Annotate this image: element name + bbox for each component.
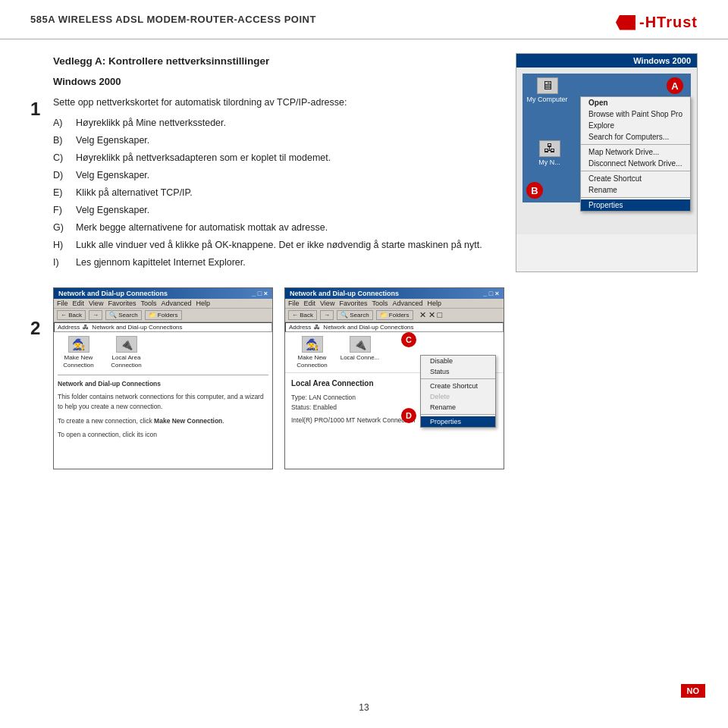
folders-button2[interactable]: 📁 Folders [376, 310, 413, 320]
net-window1-desc3: To open a connection, click its icon [58, 430, 268, 440]
network-screenshots: Network and Dial-up Connections _ □ × Fi… [53, 287, 698, 469]
step2-number: 2 [30, 287, 53, 339]
net-window1-desc: This folder contains network connections… [58, 392, 268, 412]
make-new-icon2: 🧙 [302, 336, 323, 353]
forward-button[interactable]: → [89, 310, 102, 320]
net-window1-menubar: File Edit View Favorites Tools Advanced … [54, 299, 272, 309]
net-ctx-disable: Disable [421, 356, 495, 366]
context-menu-item-disconnect: Disconnect Network Drive... [581, 158, 690, 169]
list-item: A)Høyreklikk på Mine nettverkssteder. [53, 115, 500, 130]
folders-button[interactable]: 📁 Folders [145, 310, 182, 320]
context-menu-item-map: Map Network Drive... [581, 146, 690, 158]
local-area-icon: 🔌 [116, 336, 137, 353]
net-window2-titlebar: Network and Dial-up Connections _ □ × [285, 288, 504, 299]
context-menu-item-rename: Rename [581, 184, 690, 196]
context-menu-item-shortcut: Create Shortcut [581, 173, 690, 184]
context-menu: Open Browse with Paint Shop Pro Explore … [580, 96, 691, 212]
trust-logo-icon [616, 15, 635, 30]
context-menu-item-open: Open [581, 97, 690, 108]
local-area-icon2: 🔌 [350, 336, 371, 353]
page-title: 585A WIRELESS ADSL MODEM-ROUTER-ACCESS P… [30, 14, 316, 25]
win2000-inner: 🖥 My Computer 🖧 My N... A Open Browse wi… [516, 67, 697, 234]
context-menu-item-browse: Browse with Paint Shop Pro [581, 108, 690, 120]
net-window1-titlebar: Network and Dial-up Connections _ □ × [54, 288, 272, 299]
net2-icon-make-new: 🧙 Make New Connection [291, 336, 333, 369]
context-menu-sep2 [581, 171, 690, 171]
forward-button2[interactable]: → [320, 310, 334, 320]
make-new-icon: 🧙 [68, 336, 89, 353]
net-ctx-properties: Properties [421, 416, 495, 427]
net-window1-address: Address 🖧 Network and Dial-up Connection… [54, 322, 272, 332]
section1-heading: Vedlegg A: Kontrollere nettverksinnstill… [53, 53, 500, 71]
list-item: B)Velg Egenskaper. [53, 133, 500, 148]
win2000-title-text: Windows 2000 [633, 56, 691, 65]
net-window2-menubar: File Edit View Favorites Tools Advanced … [285, 299, 504, 309]
context-menu-sep3 [581, 197, 690, 198]
net-window1-main: 🧙 Make New Connection 🔌 Local Area Conne… [54, 332, 272, 469]
trust-logo-text: -HTrust [639, 14, 698, 31]
net-context-menu: Disable Status Create Shortcut Delete Re… [420, 355, 496, 428]
list-item: D)Velg Egenskaper. [53, 168, 500, 183]
page-footer: 13 [0, 702, 728, 713]
net-window1-desc2: To create a new connection, click Make N… [58, 416, 268, 426]
list-item: F)Velg Egenskaper. [53, 202, 500, 218]
desktop-icon-mynetwork: 🖧 My N... [529, 140, 570, 166]
desktop-icon-mycomputer: 🖥 My Computer [526, 77, 568, 103]
trust-logo: -HTrust [616, 14, 698, 31]
section1-text: Vedlegg A: Kontrollere nettverksinnstill… [53, 53, 500, 272]
context-menu-sep1 [581, 144, 690, 145]
net-window1-title-text: Network and Dial-up Connections [58, 379, 268, 389]
net-ctx-sep1 [421, 378, 495, 379]
section1-subheading: Windows 2000 [53, 74, 500, 90]
net-ctx-shortcut: Create Shortcut [421, 381, 495, 391]
step1-number: 1 [30, 53, 53, 272]
list-item: H)Lukk alle vinduer ved å klikke på OK-k… [53, 237, 500, 253]
net-window1-body: 🧙 Make New Connection 🔌 Local Area Conne… [54, 332, 272, 469]
net-window2-title: Network and Dial-up Connections [290, 290, 399, 297]
context-menu-item-search: Search for Computers... [581, 131, 690, 143]
list-item: I)Les gjennom kapittelet Internet Explor… [53, 255, 500, 270]
list-item: E)Klikk på alternativet TCP/IP. [53, 185, 500, 200]
win2000-desktop: 🖥 My Computer 🖧 My N... A Open Browse wi… [522, 74, 691, 202]
win2000-screenshot: Windows 2000 🖥 My Computer 🖧 My N... A [516, 53, 698, 272]
search-button[interactable]: 🔍 Search [105, 310, 142, 320]
net-window2-toolbar: ← Back → 🔍 Search 📁 Folders ✕ ✕ □ [285, 309, 504, 322]
context-menu-item-explore: Explore [581, 120, 690, 131]
badge-a: A [667, 77, 683, 94]
list-item: G)Merk begge alternativene for automatis… [53, 220, 500, 235]
net-window1: Network and Dial-up Connections _ □ × Fi… [53, 287, 273, 469]
net-icon-grid: 🧙 Make New Connection 🔌 Local Area Conne… [58, 336, 268, 369]
net-ctx-status: Status [421, 366, 495, 377]
section1: 1 Vedlegg A: Kontrollere nettverksinnsti… [30, 53, 698, 272]
net-icon-make-new: 🧙 Make New Connection [58, 336, 99, 369]
net-window2-address: Address 🖧 Network and Dial-up Connection… [285, 322, 504, 332]
net-window2: Network and Dial-up Connections _ □ × Fi… [284, 287, 504, 469]
mycomputer-icon: 🖥 [537, 77, 558, 94]
toolbar-icons: ✕ ✕ □ [419, 310, 443, 320]
net-icon-local-area: 🔌 Local Area Connection [105, 336, 147, 369]
instruction-list: A)Høyreklikk på Mine nettverkssteder. B)… [53, 115, 500, 270]
list-item: C)Høyreklikk på nettverksadapteren som e… [53, 150, 500, 165]
context-menu-item-properties: Properties [581, 199, 690, 211]
section2: 2 Network and Dial-up Connections _ □ × … [30, 287, 698, 469]
net-window1-toolbar: ← Back → 🔍 Search 📁 Folders [54, 309, 272, 322]
search-button2[interactable]: 🔍 Search [337, 310, 373, 320]
net-ctx-delete: Delete [421, 391, 495, 402]
page-header: 585A WIRELESS ADSL MODEM-ROUTER-ACCESS P… [0, 0, 728, 39]
badge-b: B [526, 182, 543, 199]
net2-icon-local-area: 🔌 Local Conne... [339, 336, 381, 369]
page-number: 13 [359, 702, 369, 713]
section1-intro: Sette opp nettverkskortet for automatisk… [53, 95, 500, 111]
back-button2[interactable]: ← Back [288, 310, 317, 320]
no-badge: NO [681, 684, 706, 698]
net-ctx-rename: Rename [421, 402, 495, 413]
net-window1-title: Network and Dial-up Connections [58, 290, 168, 297]
back-button[interactable]: ← Back [57, 310, 86, 320]
mynetwork-icon: 🖧 [539, 140, 560, 157]
main-content: 1 Vedlegg A: Kontrollere nettverksinnsti… [0, 46, 728, 477]
net-ctx-sep2 [421, 414, 495, 415]
win2000-titlebar: Windows 2000 [516, 54, 697, 67]
